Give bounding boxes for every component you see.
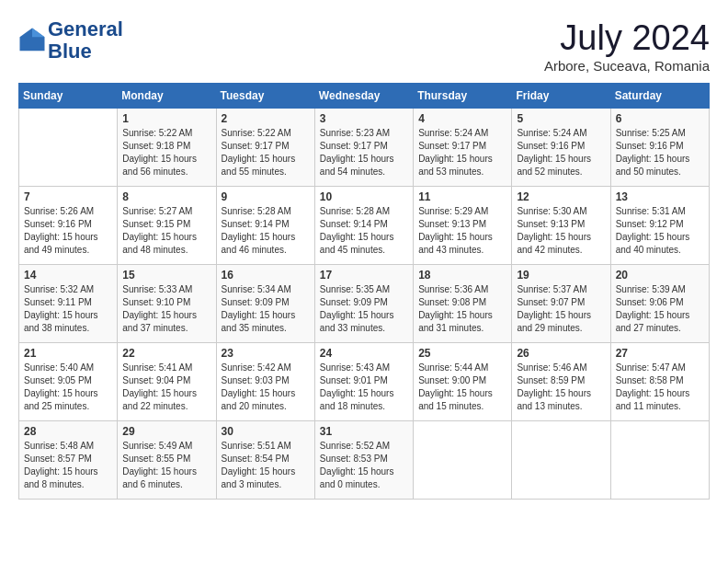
calendar-cell <box>19 109 118 187</box>
cell-content: Sunrise: 5:51 AMSunset: 8:54 PMDaylight:… <box>222 440 310 491</box>
calendar-cell: 2Sunrise: 5:22 AMSunset: 9:17 PMDaylight… <box>216 109 314 187</box>
calendar-cell: 7Sunrise: 5:26 AMSunset: 9:16 PMDaylight… <box>19 187 118 265</box>
day-number: 4 <box>418 112 506 125</box>
cell-content: Sunrise: 5:24 AMSunset: 9:16 PMDaylight:… <box>517 127 605 178</box>
day-number: 31 <box>320 425 408 438</box>
calendar-week-row: 1Sunrise: 5:22 AMSunset: 9:18 PMDaylight… <box>19 109 710 187</box>
day-number: 15 <box>122 269 210 282</box>
cell-content: Sunrise: 5:42 AMSunset: 9:03 PMDaylight:… <box>222 362 310 413</box>
calendar-cell: 4Sunrise: 5:24 AMSunset: 9:17 PMDaylight… <box>414 109 512 187</box>
cell-content: Sunrise: 5:43 AMSunset: 9:01 PMDaylight:… <box>320 362 408 413</box>
calendar-cell: 21Sunrise: 5:40 AMSunset: 9:05 PMDayligh… <box>19 343 118 421</box>
day-number: 23 <box>222 347 310 360</box>
logo-text: General Blue <box>48 18 123 63</box>
calendar-cell: 6Sunrise: 5:25 AMSunset: 9:16 PMDaylight… <box>610 109 709 187</box>
day-number: 16 <box>222 269 310 282</box>
cell-content: Sunrise: 5:44 AMSunset: 9:00 PMDaylight:… <box>418 362 506 413</box>
calendar-cell: 15Sunrise: 5:33 AMSunset: 9:10 PMDayligh… <box>118 265 216 343</box>
day-number: 3 <box>320 112 408 125</box>
cell-content: Sunrise: 5:37 AMSunset: 9:07 PMDaylight:… <box>517 283 605 335</box>
day-number: 5 <box>517 112 605 125</box>
calendar-week-row: 28Sunrise: 5:48 AMSunset: 8:57 PMDayligh… <box>19 421 710 500</box>
calendar-cell: 19Sunrise: 5:37 AMSunset: 9:07 PMDayligh… <box>512 265 610 343</box>
calendar-table: SundayMondayTuesdayWednesdayThursdayFrid… <box>18 83 710 500</box>
calendar-cell: 23Sunrise: 5:42 AMSunset: 9:03 PMDayligh… <box>216 343 314 421</box>
calendar-cell: 12Sunrise: 5:30 AMSunset: 9:13 PMDayligh… <box>512 187 610 265</box>
day-number: 24 <box>320 347 408 360</box>
title-block: July 2024 Arbore, Suceava, Romania <box>544 18 710 74</box>
day-number: 18 <box>418 269 506 282</box>
calendar-cell: 27Sunrise: 5:47 AMSunset: 8:58 PMDayligh… <box>610 343 709 421</box>
location: Arbore, Suceava, Romania <box>544 58 710 74</box>
day-number: 8 <box>122 190 210 203</box>
day-number: 2 <box>222 112 310 125</box>
cell-content: Sunrise: 5:33 AMSunset: 9:10 PMDaylight:… <box>122 283 210 335</box>
calendar-cell: 10Sunrise: 5:28 AMSunset: 9:14 PMDayligh… <box>314 187 413 265</box>
cell-content: Sunrise: 5:34 AMSunset: 9:09 PMDaylight:… <box>222 283 310 335</box>
calendar-cell: 11Sunrise: 5:29 AMSunset: 9:13 PMDayligh… <box>414 187 512 265</box>
weekday-header: Monday <box>118 84 216 109</box>
cell-content: Sunrise: 5:26 AMSunset: 9:16 PMDaylight:… <box>24 205 112 257</box>
day-number: 6 <box>616 112 704 125</box>
calendar-cell <box>610 421 709 500</box>
calendar-cell: 18Sunrise: 5:36 AMSunset: 9:08 PMDayligh… <box>414 265 512 343</box>
day-number: 26 <box>517 347 605 360</box>
day-number: 12 <box>517 190 605 203</box>
calendar-cell: 30Sunrise: 5:51 AMSunset: 8:54 PMDayligh… <box>216 421 314 500</box>
cell-content: Sunrise: 5:29 AMSunset: 9:13 PMDaylight:… <box>418 205 506 257</box>
day-number: 7 <box>24 190 112 203</box>
cell-content: Sunrise: 5:49 AMSunset: 8:55 PMDaylight:… <box>122 440 210 491</box>
calendar-cell <box>414 421 512 500</box>
calendar-cell: 28Sunrise: 5:48 AMSunset: 8:57 PMDayligh… <box>19 421 118 500</box>
svg-marker-1 <box>32 29 45 38</box>
weekday-header: Friday <box>512 84 610 109</box>
day-number: 21 <box>24 347 112 360</box>
calendar-cell: 22Sunrise: 5:41 AMSunset: 9:04 PMDayligh… <box>118 343 216 421</box>
cell-content: Sunrise: 5:47 AMSunset: 8:58 PMDaylight:… <box>616 362 704 413</box>
cell-content: Sunrise: 5:41 AMSunset: 9:04 PMDaylight:… <box>122 362 210 413</box>
day-number: 9 <box>222 190 310 203</box>
calendar-cell: 5Sunrise: 5:24 AMSunset: 9:16 PMDaylight… <box>512 109 610 187</box>
cell-content: Sunrise: 5:25 AMSunset: 9:16 PMDaylight:… <box>616 127 704 178</box>
day-number: 28 <box>24 425 112 438</box>
cell-content: Sunrise: 5:32 AMSunset: 9:11 PMDaylight:… <box>24 283 112 335</box>
cell-content: Sunrise: 5:24 AMSunset: 9:17 PMDaylight:… <box>418 127 506 178</box>
day-number: 25 <box>418 347 506 360</box>
day-number: 22 <box>122 347 210 360</box>
day-number: 14 <box>24 269 112 282</box>
day-number: 1 <box>122 112 210 125</box>
day-number: 13 <box>616 190 704 203</box>
calendar-cell: 13Sunrise: 5:31 AMSunset: 9:12 PMDayligh… <box>610 187 709 265</box>
weekday-header: Saturday <box>610 84 709 109</box>
cell-content: Sunrise: 5:28 AMSunset: 9:14 PMDaylight:… <box>320 205 408 257</box>
page-header: General Blue July 2024 Arbore, Suceava, … <box>18 18 710 74</box>
day-number: 27 <box>616 347 704 360</box>
calendar-cell: 16Sunrise: 5:34 AMSunset: 9:09 PMDayligh… <box>216 265 314 343</box>
calendar-week-row: 21Sunrise: 5:40 AMSunset: 9:05 PMDayligh… <box>19 343 710 421</box>
calendar-cell: 29Sunrise: 5:49 AMSunset: 8:55 PMDayligh… <box>118 421 216 500</box>
calendar-cell: 3Sunrise: 5:23 AMSunset: 9:17 PMDaylight… <box>314 109 413 187</box>
weekday-header: Sunday <box>19 84 118 109</box>
calendar-cell: 17Sunrise: 5:35 AMSunset: 9:09 PMDayligh… <box>314 265 413 343</box>
day-number: 29 <box>122 425 210 438</box>
cell-content: Sunrise: 5:23 AMSunset: 9:17 PMDaylight:… <box>320 127 408 178</box>
month-title: July 2024 <box>544 18 710 58</box>
day-number: 30 <box>222 425 310 438</box>
day-number: 11 <box>418 190 506 203</box>
weekday-header: Thursday <box>414 84 512 109</box>
calendar-cell: 20Sunrise: 5:39 AMSunset: 9:06 PMDayligh… <box>610 265 709 343</box>
cell-content: Sunrise: 5:27 AMSunset: 9:15 PMDaylight:… <box>122 205 210 257</box>
cell-content: Sunrise: 5:30 AMSunset: 9:13 PMDaylight:… <box>517 205 605 257</box>
day-number: 10 <box>320 190 408 203</box>
cell-content: Sunrise: 5:48 AMSunset: 8:57 PMDaylight:… <box>24 440 112 491</box>
calendar-cell <box>512 421 610 500</box>
calendar-week-row: 7Sunrise: 5:26 AMSunset: 9:16 PMDaylight… <box>19 187 710 265</box>
weekday-header: Wednesday <box>314 84 413 109</box>
calendar-header-row: SundayMondayTuesdayWednesdayThursdayFrid… <box>19 84 710 109</box>
day-number: 20 <box>616 269 704 282</box>
cell-content: Sunrise: 5:35 AMSunset: 9:09 PMDaylight:… <box>320 283 408 335</box>
cell-content: Sunrise: 5:28 AMSunset: 9:14 PMDaylight:… <box>222 205 310 257</box>
cell-content: Sunrise: 5:40 AMSunset: 9:05 PMDaylight:… <box>24 362 112 413</box>
cell-content: Sunrise: 5:39 AMSunset: 9:06 PMDaylight:… <box>616 283 704 335</box>
calendar-cell: 1Sunrise: 5:22 AMSunset: 9:18 PMDaylight… <box>118 109 216 187</box>
